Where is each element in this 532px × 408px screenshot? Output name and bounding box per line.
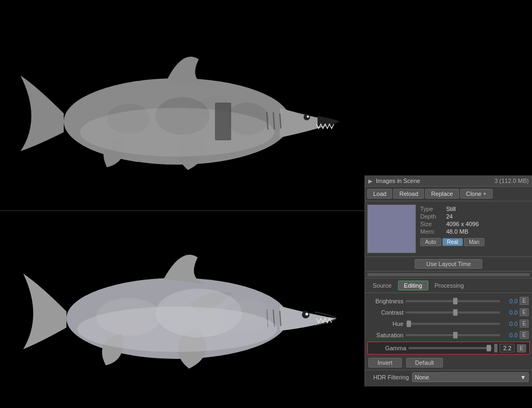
sliders-section: Brightness 0.0 E Contrast 0.0 E Hue 0.0 … [365,293,532,386]
panel-header: ▶ Images in Scene 3 (112.0 MB) [365,175,532,187]
hue-value: 0.0 [502,321,517,327]
tab-processing[interactable]: Processing [429,281,469,290]
layout-time-button[interactable]: Use Layout Time [415,259,482,269]
shark-bottom-view [0,213,365,407]
svg-point-6 [80,108,274,157]
hdr-select[interactable]: None ▼ [412,372,529,382]
type-value: Still [446,206,456,212]
gamma-row: Gamma 2.2 E [367,342,530,355]
brightness-row: Brightness 0.0 E [365,295,532,307]
gamma-separator [494,344,497,352]
svg-point-1 [304,114,310,120]
svg-point-2 [307,115,309,118]
progress-bar-row [365,271,532,278]
meta-depth-row: Depth 24 [420,213,530,220]
viewport [0,0,365,408]
hdr-label: HDR Filtering [368,374,409,380]
auto-button[interactable]: Auto [420,238,441,246]
replace-button[interactable]: Replace [425,189,459,199]
contrast-row: Contrast 0.0 E [365,307,532,318]
hdr-dropdown-icon: ▼ [520,374,526,380]
clone-button[interactable]: Clone ▼ [460,189,493,199]
image-buttons-row: Load Reload Replace Clone ▼ [365,187,532,201]
saturation-label: Saturation [368,332,403,338]
saturation-e-button[interactable]: E [520,331,529,339]
shark-top-svg [15,30,350,197]
size-value: 4096 x 4096 [446,221,479,227]
default-button[interactable]: Default [406,358,443,368]
meta-mem-row: Mem: 48.0 MB [420,228,530,235]
hue-slider[interactable] [406,323,500,325]
reload-button[interactable]: Reload [393,189,424,199]
mem-value: 48.0 MB [446,228,468,235]
gamma-label: Gamma [371,345,406,351]
saturation-slider[interactable] [406,334,500,336]
contrast-value: 0.0 [502,309,517,316]
svg-rect-10 [215,103,231,140]
hue-e-button[interactable]: E [520,319,529,328]
gamma-slider[interactable] [408,347,492,349]
man-button[interactable]: Man [464,238,484,246]
contrast-label: Contrast [368,309,403,316]
hue-label: Hue [368,321,403,327]
svg-point-13 [305,313,308,316]
hue-row: Hue 0.0 E [365,318,532,329]
brightness-slider[interactable] [406,300,500,302]
clone-dropdown-icon: ▼ [482,192,487,196]
right-panel: ▶ Images in Scene 3 (112.0 MB) Load Relo… [365,175,532,386]
hdr-value: None [415,374,429,380]
arm-buttons-row: Auto Real Man [420,238,530,246]
mem-label: Mem: [420,228,442,235]
shark-bottom-svg [15,227,350,394]
gamma-value: 2.2 [500,344,515,352]
type-label: Type [420,206,442,212]
layout-time-row: Use Layout Time [365,257,532,271]
real-button[interactable]: Real [442,238,463,246]
image-thumbnail [367,205,416,253]
gamma-e-button[interactable]: E [517,344,526,352]
image-info-row: Type Still Depth 24 Size 4096 x 4096 Mem… [365,201,532,257]
brightness-label: Brightness [368,298,403,304]
tab-editing[interactable]: Editing [398,281,428,290]
load-button[interactable]: Load [367,189,392,199]
depth-label: Depth [420,213,442,220]
image-meta: Type Still Depth 24 Size 4096 x 4096 Mem… [420,205,530,253]
hdr-row: HDR Filtering None ▼ [365,370,532,384]
svg-point-20 [77,307,277,352]
depth-value: 24 [446,213,453,220]
panel-count: 3 (112.0 MB) [494,178,529,184]
brightness-e-button[interactable]: E [520,297,529,305]
brightness-value: 0.0 [502,298,517,304]
meta-size-row: Size 4096 x 4096 [420,221,530,227]
panel-collapse-icon[interactable]: ▶ [368,178,373,184]
contrast-e-button[interactable]: E [520,308,529,316]
contrast-slider[interactable] [406,311,500,314]
progress-bar [367,273,530,276]
tab-source[interactable]: Source [367,281,397,290]
panel-title: Images in Scene [376,178,491,184]
saturation-row: Saturation 0.0 E [365,329,532,341]
shark-top-view [0,16,365,210]
size-label: Size [420,221,442,227]
meta-type-row: Type Still [420,206,530,212]
saturation-value: 0.0 [502,332,517,338]
invert-button[interactable]: Invert [368,358,402,368]
invert-default-row: Invert Default [365,356,532,370]
tabs-row: Source Editing Processing [365,278,532,293]
viewport-divider [0,210,365,211]
